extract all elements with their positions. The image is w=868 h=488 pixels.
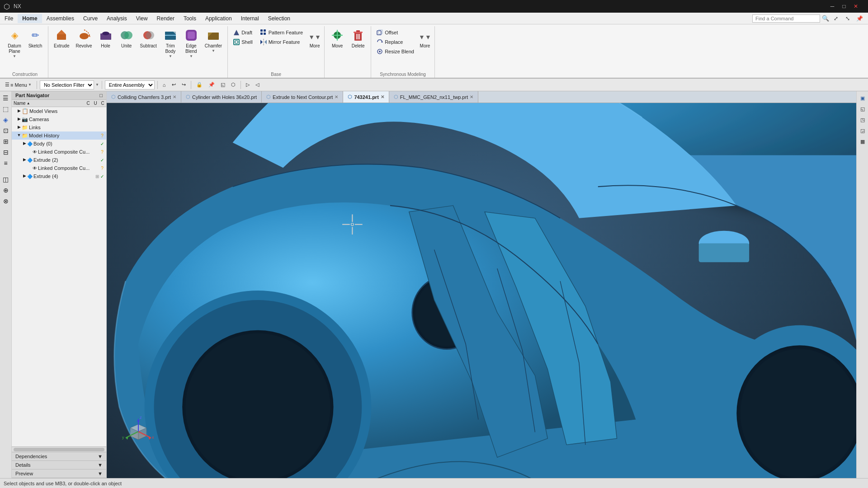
menu-render[interactable]: Render	[152, 14, 179, 23]
tree-arrow-cameras[interactable]: ▶	[16, 117, 22, 122]
scope-select[interactable]: Entire Assembly	[105, 80, 155, 89]
toolbar-icon-6[interactable]: ◱	[218, 81, 227, 89]
right-icon-2[interactable]: ◳	[858, 115, 868, 125]
menu-button[interactable]: ☰ ≡ Menu ▼	[3, 81, 34, 89]
tree-item-model-views[interactable]: ▶ 📋 Model Views	[12, 107, 106, 115]
tree-arrow-extrude-4[interactable]: ▶	[22, 174, 27, 179]
navigator-scrollbar-thumb[interactable]	[14, 448, 104, 451]
menu-tools[interactable]: Tools	[179, 14, 201, 23]
toolbar-icon-3[interactable]: ↪	[179, 81, 188, 89]
edge-blend-button[interactable]: EdgeBlend ▼	[181, 26, 201, 60]
menu-selection[interactable]: Selection	[264, 14, 295, 23]
tree-item-model-history[interactable]: ▼ 📁 Model History ?	[12, 131, 106, 140]
details-panel-header[interactable]: Details ▼	[12, 461, 106, 469]
tab-colliding-chamfers-close[interactable]: ✕	[173, 94, 176, 99]
left-icon-7[interactable]: ◫	[1, 174, 11, 184]
hole-button[interactable]: Hole	[96, 26, 116, 51]
tab-743241[interactable]: ⬡ 743241.prt ✕	[343, 91, 389, 103]
menu-curve[interactable]: Curve	[79, 14, 102, 23]
left-icon-8[interactable]: ⊕	[1, 185, 11, 195]
tab-colliding-chamfers[interactable]: ⬡ Colliding Chamfers 3.prt ✕	[107, 91, 181, 103]
menu-view[interactable]: View	[132, 14, 152, 23]
shell-button[interactable]: Shell	[231, 38, 255, 47]
right-icon-3[interactable]: ◲	[858, 126, 868, 136]
find-command-input[interactable]	[752, 14, 820, 23]
tab-fl-mmc-close[interactable]: ✕	[470, 94, 473, 99]
menu-assemblies[interactable]: Assemblies	[42, 14, 79, 23]
pin-button[interactable]: 📌	[854, 14, 864, 23]
more-base-button[interactable]: ▼▼ More	[308, 31, 321, 50]
right-icon-1[interactable]: ◱	[858, 104, 868, 114]
tree-arrow-links[interactable]: ▶	[16, 125, 22, 130]
toolbar-icon-1[interactable]: ⌂	[160, 81, 168, 89]
menu-analysis[interactable]: Analysis	[102, 14, 132, 23]
left-icon-9[interactable]: ⊗	[1, 196, 11, 206]
selection-filter-select[interactable]: No Selection Filter	[40, 80, 94, 89]
menu-file[interactable]: File	[0, 14, 18, 23]
toolbar-icon-9[interactable]: ◁	[253, 81, 261, 89]
tab-fl-mmc[interactable]: ⬡ FL_MMC_GEN2_nx11_twp.prt ✕	[389, 91, 478, 103]
viewport-canvas[interactable]: x y z	[107, 103, 856, 478]
tab-cylinder-holes[interactable]: ⬡ Cylinder with Holes 36x20.prt	[181, 91, 262, 103]
tree-item-linked-1[interactable]: ▶ 👁 Linked Composite Cu... ?	[12, 148, 106, 156]
chamfer-button[interactable]: Chamfer ▼	[202, 26, 225, 55]
dependencies-panel-header[interactable]: Dependencies ▼	[12, 452, 106, 460]
left-icon-4[interactable]: ⊞	[1, 136, 11, 146]
resize-blend-button[interactable]: Resize Blend	[374, 47, 416, 56]
more-sync-button[interactable]: ▼▼ More	[418, 31, 432, 50]
trim-body-button[interactable]: TrimBody ▼	[160, 26, 180, 60]
menu-internal[interactable]: Internal	[236, 14, 264, 23]
left-icon-6[interactable]: ≡	[1, 158, 11, 168]
close-button[interactable]: ✕	[851, 1, 861, 11]
toolbar-icon-8[interactable]: ▷	[244, 81, 252, 89]
tree-item-links[interactable]: ▶ 📁 Links	[12, 123, 106, 131]
delete-button[interactable]: Delete	[348, 26, 368, 51]
tab-extrude-contour-close[interactable]: ✕	[335, 94, 338, 99]
menu-home[interactable]: Home	[18, 14, 42, 23]
left-icon-0[interactable]: ☰	[1, 93, 11, 103]
replace-button[interactable]: Replace	[374, 38, 416, 47]
tree-item-cameras[interactable]: ▶ 📷 Cameras	[12, 115, 106, 123]
sketch-button[interactable]: ✏ Sketch	[25, 26, 45, 51]
collapse-button[interactable]: ⤡	[843, 14, 853, 23]
extrude-button[interactable]: Extrude	[51, 26, 72, 51]
left-icon-1[interactable]: ⬚	[1, 104, 11, 114]
pattern-feature-button[interactable]: Pattern Feature	[258, 28, 305, 37]
expand-button[interactable]: ⤢	[831, 14, 841, 23]
tree-item-extrude-2[interactable]: ▶ 🔷 Extrude (2) ✓	[12, 156, 106, 164]
minimize-button[interactable]: ─	[827, 1, 837, 11]
navigator-scrollbar[interactable]	[12, 446, 106, 452]
delete-icon	[351, 28, 365, 42]
revolve-button[interactable]: Revolve	[73, 26, 94, 51]
left-icon-5[interactable]: ⊟	[1, 147, 11, 157]
draft-button[interactable]: Draft	[231, 28, 255, 37]
toolbar-icon-4[interactable]: 🔒	[194, 81, 205, 89]
tree-arrow-model-views[interactable]: ▶	[16, 108, 22, 114]
navigator-maximize-icon[interactable]: □	[99, 93, 103, 98]
tree-item-body-0[interactable]: ▶ 🔷 Body (0) ✓	[12, 140, 106, 148]
left-icon-3[interactable]: ⊡	[1, 126, 11, 136]
offset-button[interactable]: Offset	[374, 28, 416, 37]
tree-arrow-body-0[interactable]: ▶	[22, 141, 27, 146]
toolbar-icon-5[interactable]: 📌	[206, 81, 217, 89]
viewport[interactable]: ⬡ Colliding Chamfers 3.prt ✕ ⬡ Cylinder …	[107, 91, 856, 478]
toolbar-icon-2[interactable]: ↩	[170, 81, 178, 89]
tab-743241-close[interactable]: ✕	[381, 94, 384, 99]
tab-extrude-contour[interactable]: ⬡ Extrude to Next Contour.prt ✕	[262, 91, 343, 103]
unite-button[interactable]: Unite	[117, 26, 137, 51]
right-icon-0[interactable]: ▣	[858, 93, 868, 103]
right-icon-4[interactable]: ▦	[858, 136, 868, 146]
left-icon-2[interactable]: ◈	[1, 115, 11, 125]
menu-application[interactable]: Application	[201, 14, 236, 23]
tree-arrow-model-history[interactable]: ▼	[16, 133, 22, 138]
preview-panel-header[interactable]: Preview ▼	[12, 469, 106, 478]
tree-arrow-extrude-2[interactable]: ▶	[22, 157, 27, 163]
toolbar-icon-7[interactable]: ⬡	[229, 81, 238, 89]
restore-button[interactable]: □	[839, 1, 849, 11]
datum-plane-button[interactable]: ◈ Datum Plane ▼	[5, 26, 24, 60]
move-button[interactable]: Move	[327, 26, 347, 51]
tree-item-extrude-4[interactable]: ▶ 🔷 Extrude (4) ⊞ ✓	[12, 172, 106, 180]
subtract-button[interactable]: Subtract	[137, 26, 160, 51]
mirror-feature-button[interactable]: Mirror Feature	[258, 38, 305, 47]
tree-item-linked-2[interactable]: ▶ 👁 Linked Composite Cu... ?	[12, 164, 106, 172]
